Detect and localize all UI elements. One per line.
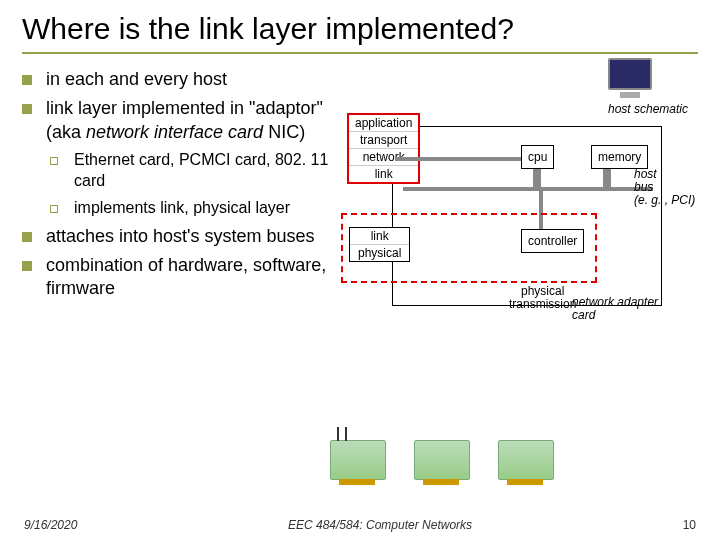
bullet-icon xyxy=(22,104,36,144)
sub-bullet-1: Ethernet card, PCMCI card, 802. 11 card xyxy=(50,150,342,192)
memory-chip: memory xyxy=(591,145,648,169)
bullet-icon xyxy=(22,232,36,248)
ethernet-card-icon xyxy=(414,440,470,480)
nic-illustrations xyxy=(330,440,554,480)
bus-line xyxy=(403,187,653,191)
bullet-text: combination of hardware, software, firmw… xyxy=(46,254,342,301)
stack-layer-transport: transport xyxy=(349,132,418,149)
bullet-icon xyxy=(22,75,36,91)
bullet-2-em: network interface card xyxy=(86,122,263,142)
bus-line2: bus xyxy=(634,180,653,194)
host-bus-label: host bus (e. g. , PCI) xyxy=(634,168,695,208)
bullet-2-post: NIC) xyxy=(263,122,305,142)
subbullet-icon xyxy=(50,157,64,192)
bus-line3: (e. g. , PCI) xyxy=(634,193,695,207)
bullet-text: attaches into host's system buses xyxy=(46,225,315,248)
bullet-text: link layer implemented in "adaptor" (aka… xyxy=(46,97,342,144)
stack2-layer-physical: physical xyxy=(350,245,409,261)
bullet-item-1: in each and every host xyxy=(22,68,342,91)
bullet-item-3: attaches into host's system buses xyxy=(22,225,342,248)
bullet-item-4: combination of hardware, software, firmw… xyxy=(22,254,342,301)
title-rule: Where is the link layer implemented? xyxy=(22,12,698,54)
protocol-stack-nic: link physical xyxy=(349,227,410,262)
nic-line1: network adapter xyxy=(572,295,658,309)
bullet-item-2: link layer implemented in "adaptor" (aka… xyxy=(22,97,342,144)
sub-bullet-text: implements link, physical layer xyxy=(74,198,290,219)
bullet-column: in each and every host link layer implem… xyxy=(22,68,342,307)
computer-icon xyxy=(608,58,652,98)
bus-line1: host xyxy=(634,167,657,181)
connector-line xyxy=(533,169,541,187)
stack-layer-link: link xyxy=(349,166,418,182)
connector-line xyxy=(395,157,523,161)
network-adapter-card-label: network adapter card xyxy=(572,296,658,322)
bullet-text: in each and every host xyxy=(46,68,227,91)
nic-line2: card xyxy=(572,308,595,322)
pcmcia-card-icon xyxy=(498,440,554,480)
subbullet-icon xyxy=(50,205,64,219)
phys-trans-line1: physical xyxy=(521,284,564,298)
host-box: application transport network link cpu m… xyxy=(392,126,662,306)
diagram-column: host schematic application transport net… xyxy=(350,68,698,307)
content-area: in each and every host link layer implem… xyxy=(22,68,698,307)
stack-layer-application: application xyxy=(349,115,418,132)
footer-page-number: 10 xyxy=(683,518,696,532)
stack2-layer-link: link xyxy=(350,228,409,245)
protocol-stack-host: application transport network link xyxy=(347,113,420,184)
footer-course: EEC 484/584: Computer Networks xyxy=(288,518,472,532)
wifi-card-icon xyxy=(330,440,386,480)
cpu-chip: cpu xyxy=(521,145,554,169)
bullet-icon xyxy=(22,261,36,301)
slide-title: Where is the link layer implemented? xyxy=(22,12,698,46)
slide: Where is the link layer implemented? in … xyxy=(0,0,720,540)
slide-footer: 9/16/2020 EEC 484/584: Computer Networks… xyxy=(0,518,720,532)
sub-bullet-2: implements link, physical layer xyxy=(50,198,342,219)
physical-transmission-label: physical transmission xyxy=(509,285,576,311)
footer-date: 9/16/2020 xyxy=(24,518,77,532)
host-schematic-label: host schematic xyxy=(608,102,688,116)
phys-trans-line2: transmission xyxy=(509,297,576,311)
sub-bullet-text: Ethernet card, PCMCI card, 802. 11 card xyxy=(74,150,342,192)
connector-line xyxy=(603,169,611,187)
controller-chip: controller xyxy=(521,229,584,253)
